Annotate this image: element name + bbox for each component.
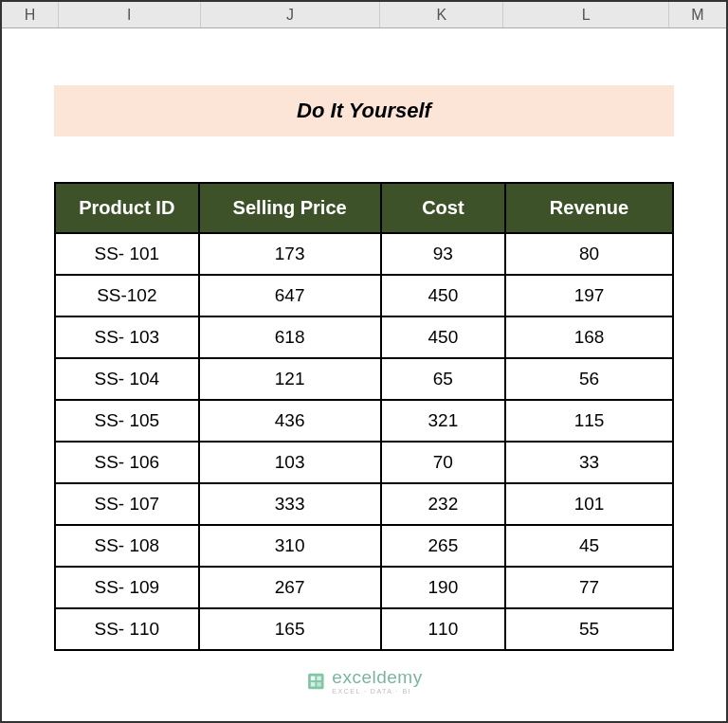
cell-revenue[interactable]: 33 bbox=[505, 442, 673, 483]
cell-selling-price[interactable]: 165 bbox=[199, 608, 381, 650]
watermark: exceldemy EXCEL · DATA · BI bbox=[305, 668, 422, 695]
cell-revenue[interactable]: 168 bbox=[505, 316, 673, 358]
svg-rect-2 bbox=[317, 677, 321, 681]
cell-product-id[interactable]: SS-102 bbox=[55, 275, 199, 316]
cell-selling-price[interactable]: 436 bbox=[199, 400, 381, 442]
cell-selling-price[interactable]: 173 bbox=[199, 233, 381, 275]
cell-selling-price[interactable]: 103 bbox=[199, 442, 381, 483]
watermark-brand: exceldemy bbox=[332, 668, 422, 686]
cell-product-id[interactable]: SS- 105 bbox=[55, 400, 199, 442]
cell-cost[interactable]: 70 bbox=[381, 442, 505, 483]
cell-selling-price[interactable]: 618 bbox=[199, 316, 381, 358]
title-banner[interactable]: Do It Yourself bbox=[54, 85, 674, 136]
column-header-k[interactable]: K bbox=[380, 2, 503, 27]
cell-revenue[interactable]: 101 bbox=[505, 483, 673, 525]
cell-cost[interactable]: 265 bbox=[381, 525, 505, 567]
header-cost[interactable]: Cost bbox=[381, 183, 505, 233]
cell-cost[interactable]: 232 bbox=[381, 483, 505, 525]
cell-cost[interactable]: 450 bbox=[381, 275, 505, 316]
cell-revenue[interactable]: 55 bbox=[505, 608, 673, 650]
table-row: SS-102647450197 bbox=[55, 275, 673, 316]
header-selling-price[interactable]: Selling Price bbox=[199, 183, 381, 233]
table-row: SS- 1061037033 bbox=[55, 442, 673, 483]
cell-cost[interactable]: 93 bbox=[381, 233, 505, 275]
cell-revenue[interactable]: 77 bbox=[505, 567, 673, 608]
header-revenue[interactable]: Revenue bbox=[505, 183, 673, 233]
cell-selling-price[interactable]: 647 bbox=[199, 275, 381, 316]
table-header-row: Product ID Selling Price Cost Revenue bbox=[55, 183, 673, 233]
table-row: SS- 11016511055 bbox=[55, 608, 673, 650]
cell-revenue[interactable]: 56 bbox=[505, 358, 673, 400]
cell-revenue[interactable]: 197 bbox=[505, 275, 673, 316]
column-header-m[interactable]: M bbox=[669, 2, 726, 27]
watermark-text: exceldemy EXCEL · DATA · BI bbox=[332, 668, 422, 695]
cell-revenue[interactable]: 45 bbox=[505, 525, 673, 567]
column-header-l[interactable]: L bbox=[503, 2, 669, 27]
table-row: SS- 10831026545 bbox=[55, 525, 673, 567]
watermark-tagline: EXCEL · DATA · BI bbox=[332, 688, 422, 695]
table-row: SS- 1011739380 bbox=[55, 233, 673, 275]
cell-product-id[interactable]: SS- 104 bbox=[55, 358, 199, 400]
data-table: Product ID Selling Price Cost Revenue SS… bbox=[54, 182, 674, 651]
cell-cost[interactable]: 321 bbox=[381, 400, 505, 442]
svg-rect-3 bbox=[311, 682, 316, 687]
header-product-id[interactable]: Product ID bbox=[55, 183, 199, 233]
cell-product-id[interactable]: SS- 101 bbox=[55, 233, 199, 275]
table-row: SS- 10926719077 bbox=[55, 567, 673, 608]
cell-product-id[interactable]: SS- 110 bbox=[55, 608, 199, 650]
table-row: SS- 1041216556 bbox=[55, 358, 673, 400]
cell-product-id[interactable]: SS- 107 bbox=[55, 483, 199, 525]
table-row: SS- 103618450168 bbox=[55, 316, 673, 358]
cell-cost[interactable]: 110 bbox=[381, 608, 505, 650]
cell-product-id[interactable]: SS- 109 bbox=[55, 567, 199, 608]
exceldemy-logo-icon bbox=[305, 671, 326, 692]
column-header-j[interactable]: J bbox=[201, 2, 381, 27]
cell-selling-price[interactable]: 310 bbox=[199, 525, 381, 567]
cell-cost[interactable]: 65 bbox=[381, 358, 505, 400]
column-header-h[interactable]: H bbox=[2, 2, 59, 27]
cell-product-id[interactable]: SS- 103 bbox=[55, 316, 199, 358]
column-header-i[interactable]: I bbox=[59, 2, 201, 27]
table-row: SS- 105436321115 bbox=[55, 400, 673, 442]
svg-rect-1 bbox=[311, 677, 316, 681]
table-row: SS- 107333232101 bbox=[55, 483, 673, 525]
cell-selling-price[interactable]: 267 bbox=[199, 567, 381, 608]
cell-product-id[interactable]: SS- 108 bbox=[55, 525, 199, 567]
cell-revenue[interactable]: 115 bbox=[505, 400, 673, 442]
cell-selling-price[interactable]: 333 bbox=[199, 483, 381, 525]
spreadsheet-column-headers: H I J K L M bbox=[2, 2, 726, 28]
cell-revenue[interactable]: 80 bbox=[505, 233, 673, 275]
cell-cost[interactable]: 450 bbox=[381, 316, 505, 358]
svg-rect-0 bbox=[308, 674, 324, 690]
sheet-content: Do It Yourself Product ID Selling Price … bbox=[2, 28, 726, 651]
cell-product-id[interactable]: SS- 106 bbox=[55, 442, 199, 483]
svg-rect-4 bbox=[317, 682, 321, 687]
cell-selling-price[interactable]: 121 bbox=[199, 358, 381, 400]
cell-cost[interactable]: 190 bbox=[381, 567, 505, 608]
